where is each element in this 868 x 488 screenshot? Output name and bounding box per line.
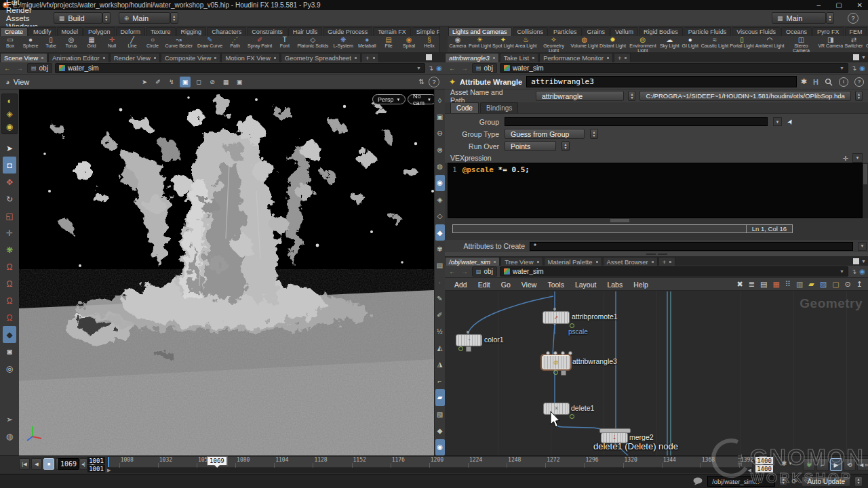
insert-snippet-icon[interactable]: ✛ xyxy=(843,155,848,162)
tool-geometry-light[interactable]: ✧ Geometry Light xyxy=(538,36,570,52)
forward-icon[interactable]: → xyxy=(460,268,469,275)
layout-sort-icon[interactable]: ⇅ xyxy=(419,78,425,85)
group-pick-icon[interactable]: ➤ xyxy=(785,117,795,126)
prim-normals-icon[interactable]: ✎ xyxy=(435,290,445,306)
param-tab[interactable]: Bindings xyxy=(480,102,518,113)
network-menu-item[interactable]: Add xyxy=(449,281,473,289)
tab-close-icon[interactable] xyxy=(532,57,534,59)
shelf-tab[interactable]: Simple FX xyxy=(412,27,439,36)
shelf-tab[interactable]: Texture xyxy=(146,27,176,36)
tab-close-icon[interactable] xyxy=(373,57,375,59)
flipbook-icon[interactable]: ◎ xyxy=(3,360,16,377)
tool-null[interactable]: ✛ Null xyxy=(102,36,122,52)
tool-stereo-camera[interactable]: ◫ Stereo Camera xyxy=(785,36,817,52)
pane-tab[interactable]: /obj/water_sim xyxy=(445,257,500,266)
network-menu-item[interactable]: Tools xyxy=(542,281,570,289)
point-numbers-icon[interactable]: ½ xyxy=(435,323,445,340)
tool-box[interactable]: ▭ Box xyxy=(0,36,20,52)
tool-sphere[interactable]: ● Sphere xyxy=(20,36,41,52)
pane-tab[interactable]: Material Palette xyxy=(544,257,602,266)
tab-close-icon[interactable] xyxy=(41,57,43,59)
net-tools-icon[interactable]: ✖ xyxy=(737,280,743,289)
view-adjust-icon[interactable]: ◊ xyxy=(435,92,445,108)
link-group-icon[interactable]: ◉ xyxy=(436,64,442,72)
shelf-tab[interactable]: Particle Fluids xyxy=(684,27,732,36)
network-menu-item[interactable]: Layout xyxy=(570,281,602,289)
menu-item[interactable]: Edit xyxy=(0,0,44,6)
chevron-down-icon[interactable]: ▼ xyxy=(788,462,792,466)
pane-tab[interactable]: Asset Browser xyxy=(603,257,658,266)
tab-close-icon[interactable] xyxy=(652,261,654,263)
asset-box-icon[interactable]: ▢ xyxy=(832,280,839,289)
rotate-tool-icon[interactable]: ↻ xyxy=(3,190,16,207)
tab-close-icon[interactable] xyxy=(493,57,495,59)
run-over-spinner[interactable]: ▲▼ xyxy=(561,141,570,151)
asset-path-dropdown[interactable]: C:/PROGRA~1/SIDEEF~1/HOUDIN~1.581/houdin… xyxy=(639,91,850,101)
tool-area-light[interactable]: ♨ Area Light xyxy=(515,36,538,52)
viewport-help-icon[interactable]: ? xyxy=(429,77,439,87)
houdini-engine-icon[interactable]: H xyxy=(813,78,818,86)
shelf-tab[interactable]: Grains xyxy=(583,27,610,36)
tab-close-icon[interactable] xyxy=(494,261,496,263)
path-dropdown-icon[interactable]: ▼ xyxy=(416,66,421,70)
tab-close-icon[interactable] xyxy=(214,57,216,59)
texture-icon[interactable]: ▤ xyxy=(435,258,445,274)
playback-range-bar[interactable]: ▶ ◀ xyxy=(107,468,753,473)
playback-end-field[interactable]: 1400 xyxy=(755,465,773,472)
menu-item[interactable]: Render xyxy=(0,6,44,14)
radial-menu-combo[interactable]: ⊕ Main xyxy=(119,12,170,24)
tab-close-icon[interactable] xyxy=(625,57,627,59)
snap-grid-icon[interactable]: Ω xyxy=(3,258,16,275)
play-reverse-button[interactable]: ◀ xyxy=(31,458,42,470)
shelf-tab[interactable]: Lights and Cameras xyxy=(448,27,512,36)
tab-close-icon[interactable] xyxy=(669,261,671,263)
main-menuset-spinner[interactable]: ▲▼ xyxy=(826,12,834,24)
node-label[interactable]: color1 xyxy=(484,336,504,344)
shelf-tab[interactable]: Hair Utils xyxy=(288,27,323,36)
pane-tab[interactable]: Tree View xyxy=(500,257,542,266)
node-label[interactable]: delete1 xyxy=(571,404,594,412)
world-icon[interactable]: ◍ xyxy=(3,428,16,445)
network-box-icon[interactable]: ▨ xyxy=(820,280,827,289)
attrs-dropdown-icon[interactable]: ▼ xyxy=(858,242,867,251)
tool-path[interactable]: ⋰ Path xyxy=(225,36,245,52)
radial-menu-spinner[interactable]: ▲▼ xyxy=(170,12,178,24)
tool-line[interactable]: ╱ Line xyxy=(122,36,142,52)
shelf-tab[interactable]: Rigging xyxy=(176,27,207,36)
render-off-icon[interactable]: ⊘ xyxy=(207,77,218,87)
view-tool-icon[interactable]: ▣ xyxy=(180,77,191,87)
points-icon[interactable]: ∙ xyxy=(435,274,445,290)
pane-tab[interactable]: Take List xyxy=(500,53,539,62)
material-icon[interactable]: ➣ xyxy=(3,411,16,428)
network-menu-item[interactable]: Go xyxy=(496,281,516,289)
range-end-handle[interactable]: ◀ xyxy=(748,468,751,472)
shelf-tab[interactable]: Terrain FX xyxy=(373,27,411,36)
net-search-icon[interactable]: ⊙ xyxy=(845,280,851,289)
tool-spot-light[interactable]: ✦ Spot Light xyxy=(492,36,515,52)
tool-circle[interactable]: ○ Circle xyxy=(142,36,163,52)
shade-mode-icon[interactable]: ◍ xyxy=(435,158,445,174)
breadcrumb-root[interactable]: ▤obj xyxy=(472,63,497,73)
pane-tab[interactable]: + xyxy=(361,53,379,62)
network-menu-item[interactable]: Edit xyxy=(473,281,496,289)
list-view-icon[interactable]: ▤ xyxy=(760,280,767,289)
link-group-icon[interactable]: ◉ xyxy=(859,64,865,72)
asset-path-spinner[interactable]: ▲▼ xyxy=(855,91,863,101)
pin-view-icon[interactable]: ◉ xyxy=(435,439,445,455)
current-frame-marker[interactable]: 1069 xyxy=(207,456,227,466)
handles-tool-icon[interactable]: ✛ xyxy=(3,224,16,241)
select-objects-icon[interactable]: ➤ xyxy=(139,77,150,87)
shelf-tab[interactable]: Pyro FX xyxy=(812,27,844,36)
param-tab[interactable]: Code xyxy=(450,102,479,113)
tree-view-icon[interactable]: ≣ xyxy=(749,280,755,289)
network-menu-item[interactable]: Labs xyxy=(601,281,628,289)
refresh-icon[interactable]: ⟳ xyxy=(791,477,797,486)
display-options-icon[interactable]: ▣ xyxy=(234,77,245,87)
shelf-tab[interactable]: Oceans xyxy=(781,27,812,36)
editor-hscrollbar[interactable] xyxy=(448,218,863,224)
tool-vr-camera[interactable]: ◨ VR Camera xyxy=(817,36,844,52)
spacer[interactable] xyxy=(3,394,16,411)
view-state-icon[interactable]: ◆ xyxy=(3,326,16,343)
sticky-note-icon[interactable]: ▰ xyxy=(808,280,814,289)
update-mode-spinner[interactable]: ▲▼ xyxy=(854,476,863,487)
